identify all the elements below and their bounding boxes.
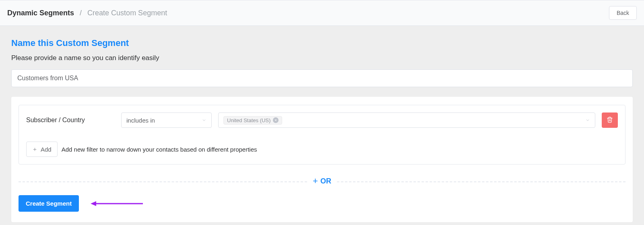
selected-tag: United States (US) xyxy=(223,116,282,125)
section-subtitle: Please provide a name so you can identif… xyxy=(11,54,633,62)
plus-icon: + xyxy=(313,177,318,185)
add-filter-description: Add new filter to narrow down your conta… xyxy=(62,146,257,153)
back-button[interactable]: Back xyxy=(609,6,637,20)
filter-group: Subscriber / Country includes in United … xyxy=(19,105,625,165)
page-header: Dynamic Segments / Create Custom Segment… xyxy=(0,0,644,26)
breadcrumb-root[interactable]: Dynamic Segments xyxy=(7,9,74,17)
or-divider: + OR xyxy=(19,177,625,186)
add-button-label: Add xyxy=(41,146,52,153)
breadcrumb: Dynamic Segments / Create Custom Segment xyxy=(7,9,167,17)
svg-marker-5 xyxy=(91,201,96,206)
plus-icon xyxy=(32,147,37,152)
create-segment-button[interactable]: Create Segment xyxy=(19,195,79,212)
main-content: Name this Custom Segment Please provide … xyxy=(0,26,644,225)
operator-select[interactable]: includes in xyxy=(121,112,212,128)
chevron-down-icon xyxy=(585,118,590,123)
annotation-arrow xyxy=(91,200,143,208)
value-multiselect[interactable]: United States (US) xyxy=(218,112,595,128)
filter-field-label: Subscriber / Country xyxy=(26,117,115,124)
add-or-group-button[interactable]: + OR xyxy=(309,177,335,185)
tag-remove-icon[interactable] xyxy=(273,117,279,123)
section-title: Name this Custom Segment xyxy=(11,38,633,48)
or-label: OR xyxy=(320,177,331,185)
filter-card: Subscriber / Country includes in United … xyxy=(11,97,633,222)
segment-name-input[interactable] xyxy=(11,69,633,87)
filter-row: Subscriber / Country includes in United … xyxy=(26,112,618,128)
delete-filter-button[interactable] xyxy=(602,112,618,128)
add-filter-button[interactable]: Add xyxy=(26,142,58,157)
breadcrumb-separator: / xyxy=(80,9,82,17)
breadcrumb-current: Create Custom Segment xyxy=(87,9,167,17)
trash-icon xyxy=(607,117,613,124)
add-filter-row: Add Add new filter to narrow down your c… xyxy=(26,142,618,157)
tag-label: United States (US) xyxy=(227,117,270,123)
operator-value: includes in xyxy=(126,117,155,124)
chevron-down-icon xyxy=(202,118,206,123)
